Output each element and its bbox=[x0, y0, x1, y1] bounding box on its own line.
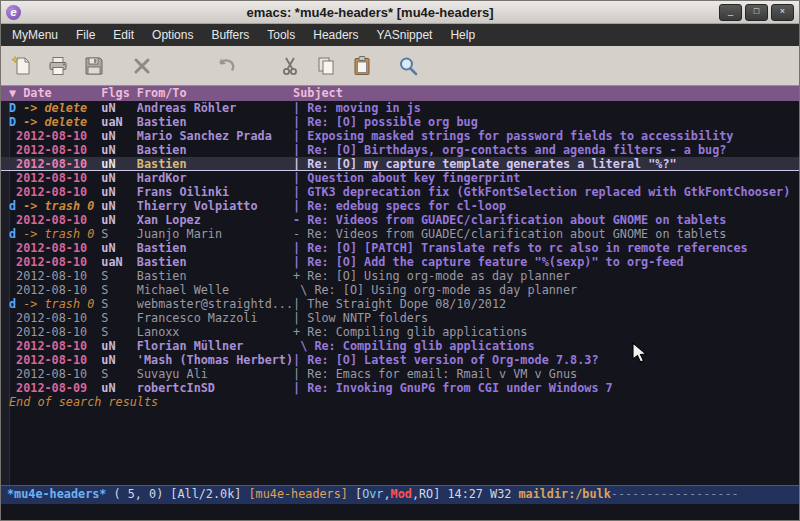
menu-help[interactable]: Help bbox=[441, 25, 484, 45]
message-row[interactable]: 2012-08-10 S Francesco Mazzoli | Slow NN… bbox=[1, 311, 799, 325]
thread-prefix: | bbox=[293, 367, 307, 381]
message-row[interactable]: 2012-08-10 S Bastien + Re: [O] Using org… bbox=[1, 269, 799, 283]
close-button[interactable]: × bbox=[771, 4, 794, 21]
message-date-cell: d -> trash 0 bbox=[9, 199, 101, 213]
cut-icon bbox=[279, 55, 301, 77]
message-row[interactable]: 2012-08-09 uN robertcInSD | Re: Invoking… bbox=[1, 381, 799, 395]
save-button[interactable] bbox=[79, 51, 109, 81]
message-row[interactable]: 2012-08-10 uN Bastien | Re: [O] [PATCH] … bbox=[1, 241, 799, 255]
column-header-flags[interactable]: Flgs bbox=[101, 86, 137, 101]
message-row[interactable]: 2012-08-10 uaN Bastien | Re: [O] Add the… bbox=[1, 255, 799, 269]
message-row[interactable]: 2012-08-10 uN 'Mash (Thomas Herbert) | R… bbox=[1, 353, 799, 367]
message-row[interactable]: D -> delete uN Andreas Röhler | Re: movi… bbox=[1, 101, 799, 115]
menu-buffers[interactable]: Buffers bbox=[202, 25, 258, 45]
column-header-date[interactable]: ▼ Date bbox=[9, 86, 101, 101]
message-row[interactable]: d -> trash 0 S webmaster@straightd... | … bbox=[1, 297, 799, 311]
message-row[interactable]: 2012-08-10 uN Bastien | Re: [O] Birthday… bbox=[1, 143, 799, 157]
message-subject: Question about key fingerprint bbox=[307, 171, 520, 185]
message-subject: Re: edebug specs for cl-loop bbox=[307, 199, 506, 213]
column-header-subject[interactable]: Subject bbox=[293, 86, 799, 101]
cut-button[interactable] bbox=[275, 51, 305, 81]
message-from: Thierry Volpiatto bbox=[137, 199, 293, 213]
echo-area[interactable] bbox=[1, 504, 799, 520]
toolbar bbox=[1, 46, 799, 86]
message-subject-cell: | Exposing masked strings for password f… bbox=[293, 129, 799, 143]
message-row[interactable]: 2012-08-10 S Michael Welle \ Re: [O] Usi… bbox=[1, 283, 799, 297]
message-flags: S bbox=[101, 367, 137, 381]
message-date-cell: 2012-08-09 bbox=[9, 381, 101, 395]
message-subject: Re: [O] possible org bug bbox=[307, 115, 477, 129]
message-flags: S bbox=[101, 227, 137, 241]
message-date-cell: D -> delete bbox=[9, 101, 101, 115]
menu-yasnippet[interactable]: YASnippet bbox=[368, 25, 442, 45]
message-from: Andreas Röhler bbox=[137, 101, 293, 115]
copy-button[interactable] bbox=[311, 51, 341, 81]
message-row[interactable]: 2012-08-10 uN Xan Lopez - Re: Videos fro… bbox=[1, 213, 799, 227]
maximize-button[interactable]: □ bbox=[745, 4, 768, 21]
menu-edit[interactable]: Edit bbox=[104, 25, 143, 45]
modeline-segment-plain[interactable]: [ bbox=[348, 487, 362, 501]
message-subject: Re: [O] my capture template generates a … bbox=[307, 157, 676, 171]
message-subject: Re: [O] Birthdays, org-contacts and agen… bbox=[307, 143, 726, 157]
message-row[interactable]: 2012-08-10 S Lanoxx + Re: Compiling glib… bbox=[1, 325, 799, 339]
modeline-segment-folder[interactable]: maildir:/bulk bbox=[518, 487, 610, 501]
message-flags: S bbox=[101, 297, 137, 311]
menu-file[interactable]: File bbox=[67, 25, 104, 45]
paste-button[interactable] bbox=[347, 51, 377, 81]
mu4e-headers-buffer: ▼ Date Flgs From/To Subject D -> delete … bbox=[1, 86, 799, 485]
message-row[interactable]: 2012-08-10 uN Florian Müllner \ Re: Comp… bbox=[1, 339, 799, 353]
window-title: emacs: *mu4e-headers* [mu4e-headers] bbox=[21, 5, 719, 20]
message-date: 2012-08-10 bbox=[9, 353, 87, 367]
menu-mymenu[interactable]: MyMenu bbox=[3, 25, 67, 45]
titlebar[interactable]: e emacs: *mu4e-headers* [mu4e-headers] _… bbox=[1, 1, 799, 24]
modeline[interactable]: *mu4e-headers* ( 5, 0) [All/2.0k] [mu4e-… bbox=[1, 485, 799, 504]
modeline-segment-plain[interactable]: ( 5, 0) [All/2.0k] bbox=[106, 487, 248, 501]
header-rows: D -> delete uN Andreas Röhler | Re: movi… bbox=[1, 101, 799, 395]
message-date-cell: 2012-08-10 bbox=[9, 283, 101, 297]
modeline-segment-plain[interactable]: 14:27 W32 bbox=[447, 487, 518, 501]
message-flags: uN bbox=[101, 241, 137, 255]
search-button[interactable] bbox=[393, 51, 423, 81]
message-date: 2012-08-09 bbox=[9, 381, 87, 395]
menu-tools[interactable]: Tools bbox=[258, 25, 304, 45]
modeline-segment-mod[interactable]: Mod bbox=[391, 487, 412, 501]
close-buffer-button[interactable] bbox=[127, 51, 157, 81]
modeline-segment-mode[interactable]: [mu4e-headers] bbox=[248, 487, 347, 501]
message-flags: uN bbox=[101, 353, 137, 367]
message-row[interactable]: D -> delete uaN Bastien | Re: [O] possib… bbox=[1, 115, 799, 129]
message-flags: uN bbox=[101, 171, 137, 185]
message-row[interactable]: d -> trash 0 S Juanjo Marin - Re: Videos… bbox=[1, 227, 799, 241]
minimize-button[interactable]: _ bbox=[719, 4, 742, 21]
message-row[interactable]: 2012-08-10 uN Bastien | Re: [O] my captu… bbox=[1, 157, 799, 171]
emacs-window: e emacs: *mu4e-headers* [mu4e-headers] _… bbox=[0, 0, 800, 521]
modeline-segment-dashes[interactable]: ------------------ bbox=[611, 487, 739, 501]
modeline-segment-ovr[interactable]: Ovr bbox=[362, 487, 383, 501]
message-subject-cell: | Re: [O] Add the capture feature "%(sex… bbox=[293, 255, 799, 269]
message-row[interactable]: 2012-08-10 uN Mario Sanchez Prada | Expo… bbox=[1, 129, 799, 143]
modeline-segment-buffer-name[interactable]: *mu4e-headers* bbox=[7, 487, 106, 501]
message-row[interactable]: d -> trash 0 uN Thierry Volpiatto | Re: … bbox=[1, 199, 799, 213]
message-row[interactable]: 2012-08-10 S Suvayu Ali | Re: Emacs for … bbox=[1, 367, 799, 381]
modeline-segment-plain[interactable]: , bbox=[412, 487, 419, 501]
column-header-from[interactable]: From/To bbox=[137, 86, 293, 101]
modeline-segment-plain[interactable]: , bbox=[383, 487, 390, 501]
thread-prefix: | bbox=[293, 129, 307, 143]
undo-button[interactable] bbox=[211, 51, 241, 81]
message-date: 2012-08-10 bbox=[9, 283, 87, 297]
menu-options[interactable]: Options bbox=[143, 25, 202, 45]
message-row[interactable]: 2012-08-10 uN HardKor | Question about k… bbox=[1, 171, 799, 185]
thread-prefix: | bbox=[293, 115, 307, 129]
message-date: 2012-08-10 bbox=[9, 269, 87, 283]
new-file-button[interactable] bbox=[7, 51, 37, 81]
modeline-segment-plain[interactable]: ] bbox=[433, 487, 447, 501]
menu-headers[interactable]: Headers bbox=[304, 25, 367, 45]
mark-action: -> delete bbox=[16, 101, 87, 115]
header-line: ▼ Date Flgs From/To Subject bbox=[1, 86, 799, 101]
close-icon bbox=[131, 55, 153, 77]
modeline-segment-ro[interactable]: RO bbox=[419, 487, 433, 501]
print-button[interactable] bbox=[43, 51, 73, 81]
message-row[interactable]: 2012-08-10 uN Frans Oilinki | GTK3 depre… bbox=[1, 185, 799, 199]
message-date: 2012-08-10 bbox=[9, 129, 87, 143]
message-date-cell: 2012-08-10 bbox=[9, 185, 101, 199]
thread-prefix: | bbox=[293, 185, 307, 199]
